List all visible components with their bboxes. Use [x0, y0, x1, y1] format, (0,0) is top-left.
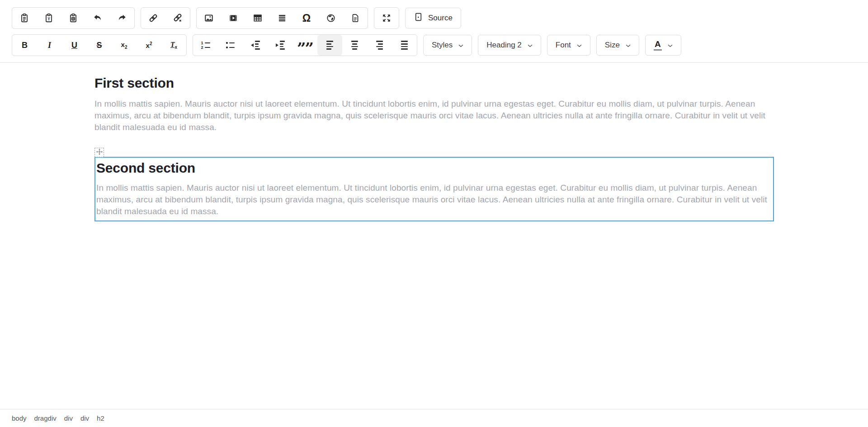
justify-icon [401, 41, 408, 49]
paragraph-format-label: Heading 2 [486, 41, 522, 50]
strikethrough-button[interactable]: S [87, 35, 112, 56]
drag-move-icon [96, 149, 103, 157]
maximize-group [374, 7, 399, 29]
increase-indent-icon [276, 41, 285, 49]
toolbar-row-2: B I U S x2 x2 Tx [12, 34, 856, 56]
undo-button[interactable] [85, 8, 110, 28]
maximize-button[interactable] [374, 8, 399, 28]
chevron-down-icon [577, 41, 582, 50]
decrease-indent-button[interactable] [243, 35, 268, 56]
source-code-icon [414, 12, 423, 24]
editor-content-area[interactable]: First section In mollis mattis sapien. M… [0, 63, 868, 221]
align-center-button[interactable] [342, 35, 367, 56]
font-color-icon: A [654, 40, 662, 51]
paragraph-group: 1 2 [193, 34, 417, 56]
image-icon [204, 13, 214, 23]
path-item-h2[interactable]: h2 [97, 414, 104, 422]
numbered-list-button[interactable]: 1 2 [193, 35, 218, 56]
superscript-button[interactable]: x2 [137, 35, 161, 56]
maximize-icon [382, 13, 392, 23]
align-left-button[interactable] [317, 35, 342, 56]
redo-icon [117, 13, 127, 23]
chevron-down-icon [626, 41, 631, 50]
link-icon [148, 13, 158, 23]
italic-button[interactable]: I [37, 35, 62, 56]
widget-drag-handle[interactable] [94, 148, 104, 157]
toolbar-row-1: T [12, 7, 856, 29]
document-icon [350, 13, 360, 23]
paste-plain-text-button[interactable]: T [37, 8, 61, 28]
special-character-button[interactable]: Ω [294, 8, 319, 28]
path-item-dragdiv[interactable]: dragdiv [34, 414, 57, 422]
blockquote-button[interactable]: ”” [292, 35, 317, 56]
bold-icon: B [22, 41, 28, 49]
justify-button[interactable] [392, 35, 417, 56]
source-button[interactable]: Source [405, 8, 461, 28]
insert-image-button[interactable] [197, 8, 221, 28]
first-section: First section In mollis mattis sapien. M… [94, 75, 774, 133]
insert-media-button[interactable] [221, 8, 245, 28]
italic-icon: I [48, 41, 51, 49]
paste-from-word-button[interactable] [61, 8, 85, 28]
paste-icon [19, 13, 29, 23]
chevron-down-icon [528, 41, 533, 50]
align-center-icon [351, 41, 358, 49]
section-heading[interactable]: First section [94, 75, 774, 92]
font-dropdown[interactable]: Font [547, 35, 590, 56]
strikethrough-icon: S [96, 41, 102, 49]
paste-plain-text-icon: T [44, 13, 54, 23]
section-paragraph[interactable]: In mollis mattis sapien. Mauris auctor n… [94, 98, 774, 133]
section-paragraph[interactable]: In mollis mattis sapien. Mauris auctor n… [96, 182, 771, 217]
remove-format-icon: Tx [170, 41, 177, 50]
paste-button[interactable] [12, 8, 37, 28]
align-right-button[interactable] [367, 35, 392, 56]
undo-icon [93, 13, 103, 23]
align-right-icon [376, 41, 383, 49]
bulleted-list-button[interactable] [218, 35, 243, 56]
link-group [141, 7, 190, 29]
clipboard-group: T [12, 7, 135, 29]
link-button[interactable] [141, 8, 165, 28]
unlink-icon [173, 13, 183, 23]
path-item-div[interactable]: div [80, 414, 89, 422]
insert-group: Ω [196, 7, 368, 29]
decrease-indent-icon [251, 41, 260, 49]
paste-from-word-icon [68, 13, 78, 23]
font-color-dropdown[interactable]: A [645, 35, 681, 56]
path-item-div[interactable]: div [64, 414, 73, 422]
numbered-list-icon: 1 2 [201, 42, 210, 49]
bulleted-list-icon [226, 42, 235, 49]
section-heading[interactable]: Second section [96, 160, 771, 177]
styles-dropdown[interactable]: Styles [423, 35, 472, 56]
underline-icon: U [71, 41, 77, 49]
align-left-icon [326, 41, 333, 49]
increase-indent-button[interactable] [268, 35, 292, 56]
chevron-down-icon [668, 41, 673, 50]
insert-iframe-button[interactable] [319, 8, 343, 28]
editor-toolbar: T [0, 0, 868, 63]
redo-button[interactable] [110, 8, 134, 28]
special-character-icon: Ω [302, 13, 311, 23]
styles-dropdown-label: Styles [432, 41, 453, 50]
horizontal-line-icon [277, 13, 287, 23]
subscript-icon: x2 [121, 41, 127, 50]
unlink-button[interactable] [165, 8, 190, 28]
insert-horizontal-line-button[interactable] [270, 8, 294, 28]
iframe-globe-icon [326, 13, 336, 23]
underline-button[interactable]: U [62, 35, 87, 56]
media-embed-icon [228, 13, 238, 23]
bold-button[interactable]: B [12, 35, 37, 56]
size-dropdown[interactable]: Size [596, 35, 639, 56]
insert-template-button[interactable] [343, 8, 368, 28]
remove-format-button[interactable]: Tx [161, 35, 186, 56]
svg-text:T: T [47, 16, 50, 21]
paragraph-format-dropdown[interactable]: Heading 2 [478, 35, 541, 56]
size-dropdown-label: Size [605, 41, 620, 50]
selected-widget-second-section[interactable]: Second section In mollis mattis sapien. … [94, 157, 774, 221]
subscript-button[interactable]: x2 [112, 35, 137, 56]
superscript-icon: x2 [146, 42, 152, 49]
insert-table-button[interactable] [245, 8, 270, 28]
chevron-down-icon [458, 41, 463, 50]
source-button-label: Source [428, 14, 453, 23]
path-item-body[interactable]: body [12, 414, 27, 422]
